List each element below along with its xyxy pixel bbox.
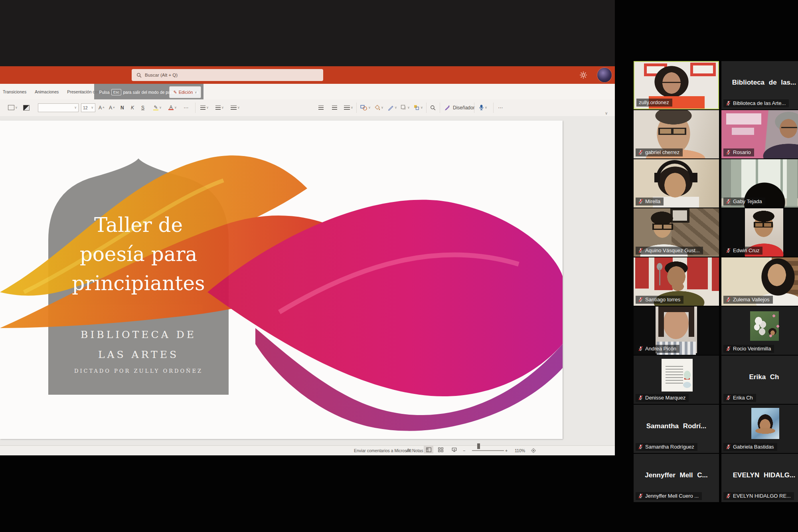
shape-fill-button[interactable]: ∨ <box>374 99 383 116</box>
participant-tile-15[interactable]: Gabriela Bastidas <box>721 405 798 453</box>
shape-effects-button[interactable]: ∨ <box>401 99 410 116</box>
slide-canvas[interactable]: Taller de poesía para principiantes BIBL… <box>0 121 563 439</box>
bold-button[interactable]: N <box>120 99 124 116</box>
dictate-mic-button[interactable]: ∨ <box>479 99 487 116</box>
font-color-button[interactable]: A∨ <box>168 99 177 116</box>
slideshow-view-button[interactable] <box>449 446 459 453</box>
participant-name-text: Mirella <box>645 198 660 204</box>
participant-name-label: Mirella <box>636 198 664 206</box>
search-icon <box>136 73 142 78</box>
underline-button[interactable]: S <box>141 99 144 116</box>
participant-name-label: Rocio Veintimilla <box>723 345 774 353</box>
participant-tile-0[interactable]: zully.ordonez <box>634 61 719 109</box>
increase-indent-button[interactable] <box>332 99 337 116</box>
shape-outline-button[interactable]: ∨ <box>388 99 397 116</box>
participant-tile-14[interactable]: Samantha Rodrí... Samantha Rodríguez <box>634 405 719 453</box>
search-placeholder: Buscar (Alt + Q) <box>145 73 178 77</box>
highlighter-button[interactable]: ✎∨ <box>153 99 162 116</box>
increase-font-button[interactable]: A˄ <box>99 99 105 116</box>
settings-gear-icon[interactable] <box>579 71 587 79</box>
zoom-slider-handle[interactable] <box>477 443 480 449</box>
search-input[interactable]: Buscar (Alt + Q) <box>132 69 323 81</box>
participant-tile-1[interactable]: Biblioteca de las... Biblioteca de las A… <box>721 61 798 109</box>
zoom-in-button[interactable]: + <box>505 446 508 455</box>
muted-mic-icon <box>638 493 643 498</box>
participant-tile-11[interactable]: Rocio Veintimilla <box>721 307 798 355</box>
muted-mic-icon <box>638 297 643 302</box>
participant-tile-17[interactable]: EVELYN HIDALG... EVELYN HIDALGO RE... <box>721 454 798 502</box>
zoom-out-button[interactable]: − <box>463 446 465 455</box>
muted-mic-icon <box>638 444 643 449</box>
editing-mode-dropdown[interactable]: ✎ Edición ∨ <box>169 86 201 98</box>
powerpoint-titlebar: Buscar (Alt + Q) <box>0 66 615 84</box>
participant-name-text: Edwin Cruz <box>733 247 759 253</box>
find-button[interactable] <box>430 99 436 116</box>
feedback-link[interactable]: Enviar comentarios a Microsoft <box>354 446 411 455</box>
layout-button[interactable]: ∨ <box>8 99 18 116</box>
align-button[interactable]: ∨ <box>231 99 240 116</box>
tab-transiciones[interactable]: Transiciones <box>3 89 26 94</box>
tab-animaciones[interactable]: Animaciones <box>35 89 59 94</box>
participant-name-text: gabriel cherrez <box>645 149 679 155</box>
muted-mic-icon <box>726 297 731 302</box>
muted-mic-icon <box>638 199 643 204</box>
bullets-button[interactable]: ∨ <box>200 99 209 116</box>
participant-name-text: Jennyffer Mell Cuero ... <box>645 493 699 499</box>
numbering-button[interactable]: ∨ <box>215 99 224 116</box>
participant-name-label: EVELYN HIDALGO RE... <box>723 492 794 500</box>
muted-mic-icon <box>726 150 731 155</box>
decrease-indent-button[interactable] <box>318 99 324 116</box>
muted-mic-icon <box>726 199 731 204</box>
participant-tile-4[interactable]: Mirella <box>634 159 719 208</box>
meeting-screen: Buscar (Alt + Q) TransicionesAnimaciones… <box>0 0 798 532</box>
normal-view-button[interactable] <box>424 446 433 453</box>
designer-button[interactable]: Diseñador <box>444 99 475 116</box>
slide-byline: DICTADO POR ZULLY ORDOÑEZ <box>48 368 229 374</box>
tab-strip: TransicionesAnimacionesPresentación con … <box>0 84 615 99</box>
muted-mic-icon <box>726 493 731 498</box>
participant-name-text: Samantha Rodríguez <box>645 444 694 450</box>
arrange-button[interactable]: ∨ <box>413 99 423 116</box>
participant-tile-12[interactable]: Denisse Marquez <box>634 356 719 404</box>
statusbar: Enviar comentarios a Microsoft Notas − +… <box>0 445 615 455</box>
participant-name-text: zully.ordonez <box>639 99 669 105</box>
zoom-slider[interactable] <box>472 446 504 455</box>
participant-name-label: Gabriela Bastidas <box>723 443 777 451</box>
participant-name-label: Edwin Cruz <box>723 247 762 255</box>
slide-sorter-view-button[interactable] <box>436 446 445 453</box>
participant-tile-2[interactable]: gabriel cherrez <box>634 110 719 158</box>
participant-tile-10[interactable]: Andrea Picón <box>634 307 719 355</box>
shapes-button[interactable]: ∨ <box>360 99 371 116</box>
slide-title: Taller de poesía para principiantes <box>48 211 229 298</box>
participant-tile-9[interactable]: Zulema Vallejos <box>721 257 798 306</box>
participant-center-name: Biblioteca de las... <box>721 79 798 87</box>
participant-tile-16[interactable]: Jennyffer Mell C... Jennyffer Mell Cuero… <box>634 454 719 502</box>
participant-name-label: Rosario <box>723 148 754 156</box>
participant-name-label: Biblioteca de las Arte... <box>723 99 789 107</box>
ribbon-toolbar: ∨ ∨ 12∨ A˄ A˅ N K S ✎∨ A∨ ⋯ ∨ ∨ ∨ ∨ ∨ ∨ … <box>0 99 615 117</box>
fit-to-window-button[interactable] <box>531 446 536 455</box>
participant-tile-13[interactable]: Erika Ch Erika Ch <box>721 356 798 404</box>
participant-name-text: Erika Ch <box>733 395 753 401</box>
italic-button[interactable]: K <box>131 99 134 116</box>
font-name-select[interactable]: ∨ <box>38 99 79 116</box>
line-spacing-button[interactable]: ∨ <box>344 99 353 116</box>
participant-tile-7[interactable]: Edwin Cruz <box>721 208 798 257</box>
zoom-level[interactable]: 110% <box>515 446 525 455</box>
participants-grid: zully.ordonez Biblioteca de las... Bibli… <box>634 61 798 502</box>
participant-name-label: Denisse Marquez <box>636 394 689 402</box>
font-size-select[interactable]: 12∨ <box>81 99 95 116</box>
participant-name-text: Zulema Vallejos <box>733 297 770 303</box>
participant-tile-8[interactable]: Santiago torres <box>634 257 719 306</box>
participant-tile-3[interactable]: Rosario <box>721 110 798 158</box>
participant-name-text: Gaby Tejada <box>733 198 762 204</box>
more-commands-button[interactable]: ⋯ <box>498 99 503 116</box>
decrease-font-button[interactable]: A˅ <box>109 99 115 116</box>
notes-button[interactable]: Notas <box>406 446 423 455</box>
participant-tile-5[interactable]: Gaby Tejada <box>721 159 798 208</box>
participant-center-name: Samantha Rodrí... <box>634 422 719 430</box>
account-avatar[interactable] <box>597 68 612 82</box>
more-font-options-button[interactable]: ⋯ <box>184 99 189 116</box>
section-button[interactable] <box>23 99 30 116</box>
participant-tile-6[interactable]: Aquino Vásquez Gust... <box>634 208 719 257</box>
